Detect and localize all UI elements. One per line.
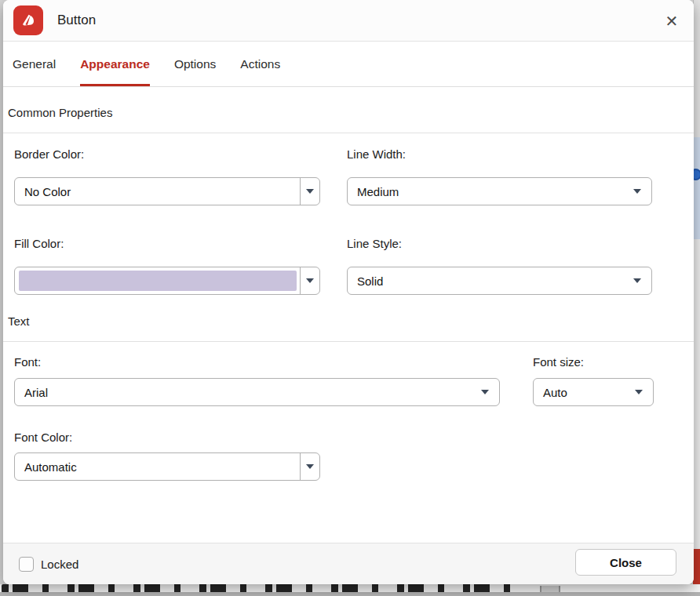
font-color-dropdown[interactable]: Automatic	[14, 452, 320, 481]
close-button[interactable]: Close	[575, 549, 676, 576]
appearance-panel: Common Properties Border Color: No Color…	[3, 87, 694, 543]
locked-checkbox[interactable]	[19, 557, 34, 572]
font-size-label: Font size:	[533, 355, 584, 369]
line-style-label: Line Style:	[347, 237, 402, 250]
app-logo-icon	[13, 5, 43, 35]
fill-color-swatch	[19, 271, 297, 291]
chevron-down-icon	[306, 464, 314, 469]
background-bottom-edge	[0, 584, 700, 596]
tab-general[interactable]: General	[13, 42, 56, 86]
dialog-tabs: General Appearance Options Actions	[3, 42, 694, 87]
font-size-dropdown[interactable]: Auto	[533, 378, 654, 406]
chevron-down-icon	[481, 390, 489, 394]
tab-actions[interactable]: Actions	[240, 42, 280, 86]
tab-appearance[interactable]: Appearance	[80, 42, 150, 86]
line-style-dropdown[interactable]: Solid	[347, 267, 652, 295]
border-color-dropdown[interactable]: No Color	[14, 177, 320, 205]
chevron-down-icon	[306, 278, 314, 283]
button-properties-dialog: Button ✕ General Appearance Options Acti…	[3, 0, 694, 584]
background-right-edge	[693, 0, 700, 596]
fill-color-dropdown[interactable]	[14, 267, 320, 295]
background-red-fragment	[693, 549, 700, 585]
dialog-titlebar: Button ✕	[3, 0, 694, 42]
dialog-footer: Locked Close	[3, 543, 694, 584]
font-color-label: Font Color:	[14, 431, 72, 444]
tab-options[interactable]: Options	[174, 42, 216, 86]
chevron-down-icon	[633, 278, 641, 283]
border-color-label: Border Color:	[14, 147, 84, 161]
section-divider	[3, 341, 694, 342]
locked-label: Locked	[41, 558, 78, 571]
close-icon[interactable]: ✕	[659, 9, 684, 34]
dialog-title: Button	[57, 13, 96, 28]
section-divider	[3, 133, 694, 133]
chevron-down-icon	[635, 390, 643, 394]
text-heading: Text	[8, 314, 30, 328]
common-properties-heading: Common Properties	[8, 106, 112, 119]
chevron-down-icon	[633, 189, 641, 194]
font-dropdown[interactable]: Arial	[14, 378, 500, 406]
line-width-dropdown[interactable]: Medium	[347, 177, 652, 205]
line-width-label: Line Width:	[347, 147, 406, 161]
font-label: Font:	[14, 355, 41, 369]
chevron-down-icon	[306, 189, 314, 194]
fill-color-label: Fill Color:	[14, 237, 64, 250]
